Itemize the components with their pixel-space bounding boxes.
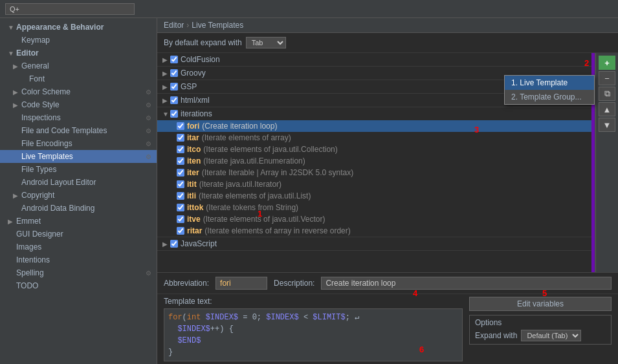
sidebar-item-intentions[interactable]: Intentions [0,253,157,266]
edit-variables-button[interactable]: Edit variables [469,297,612,311]
sidebar-item-general[interactable]: ▶General [0,59,157,72]
content-area: Editor › Live Templates By default expan… [157,18,618,364]
sidebar-item-images[interactable]: Images [0,241,157,253]
item-checkbox[interactable] [177,169,184,177]
sidebar-item-copyright[interactable]: ▶Copyright [0,189,157,202]
group-label: Groovy [181,69,206,78]
item-abbreviation: iter [187,168,199,177]
item-checkbox[interactable] [177,122,184,130]
move-down-button[interactable]: ▼ [599,118,615,132]
group-checkbox[interactable] [170,96,178,104]
item-abbreviation: itli [187,191,196,200]
breadcrumb-live-templates: Live Templates [192,21,243,30]
item-description: (Iterate java.util.Iterator) [199,180,281,189]
sidebar-item-gui-designer[interactable]: GUI Designer [0,228,157,241]
template-item-itve[interactable]: itve (Iterate elements of java.util.Vect… [157,213,595,225]
sidebar-item-label: Appearance & Behavior [16,23,104,32]
item-checkbox[interactable] [177,192,184,200]
sidebar-item-file-encodings[interactable]: File Encodings⚙ [0,137,157,150]
sidebar-item-inspections[interactable]: Inspections⚙ [0,111,157,124]
group-header-javascript[interactable]: ▶JavaScript [157,237,595,250]
group-caret-icon: ▶ [162,70,170,77]
caret-icon: ▶ [13,102,19,109]
item-description: (Iterate Iterable | Array in J2SDK 5.0 s… [202,168,354,177]
dropdown-template-group[interactable]: 2. Template Group... [505,90,594,104]
sidebar-item-file-code-templates[interactable]: File and Code Templates⚙ [0,124,157,137]
template-item-iter[interactable]: iter (Iterate Iterable | Array in J2SDK … [157,167,595,178]
group-label: JavaScript [181,239,217,248]
sidebar-item-todo[interactable]: TODO [0,279,157,292]
template-item-ittok[interactable]: ittok (Iterate tokens from String) [157,202,595,213]
group-header-coldfusion[interactable]: ▶ColdFusion [157,53,595,66]
sidebar-item-file-types[interactable]: File Types [0,163,157,176]
sidebar-item-keymap[interactable]: Keymap [0,34,157,47]
sidebar-item-code-style[interactable]: ▶Code Style⚙ [0,98,157,111]
expand-with-select[interactable]: Tab Enter Space [246,37,286,48]
sidebar-item-font[interactable]: Font [0,72,157,85]
sidebar-item-android-data[interactable]: Android Data Binding [0,202,157,215]
item-abbreviation: itve [187,215,201,224]
caret-icon: ▼ [8,24,14,31]
right-panel: + − ⧉ ▲ ▼ 1. Live Template 2. Template G… [595,53,618,272]
add-button[interactable]: + [599,56,615,70]
sidebar-item-live-templates[interactable]: Live Templates⚙ [0,150,157,163]
abbreviation-input[interactable] [215,277,267,290]
move-up-button[interactable]: ▲ [599,102,615,116]
dropdown-live-template[interactable]: 1. Live Template [505,76,594,90]
sidebar-item-android-layout[interactable]: Android Layout Editor [0,176,157,189]
split-pane: ▶ColdFusion▶Groovy▶GSP▶html/xml▼iteratio… [157,53,618,272]
expand-with-label: By default expand with [164,38,242,47]
sidebar-item-appearance[interactable]: ▼Appearance & Behavior [0,21,157,34]
item-checkbox[interactable] [177,145,184,153]
group-checkbox[interactable] [170,240,178,248]
expand-with-select-bottom[interactable]: Default (Tab) Tab Enter Space [521,330,581,341]
group-header-iterations[interactable]: ▼iterations [157,107,595,120]
item-description: (Iterate elements of array in reverse or… [204,226,350,235]
sidebar-item-label: Emmet [16,217,41,226]
search-input[interactable] [5,3,135,15]
template-item-ritar[interactable]: ritar (Iterate elements of array in reve… [157,225,595,237]
item-checkbox[interactable] [177,157,184,165]
breadcrumb: Editor › Live Templates [157,18,618,33]
item-checkbox[interactable] [177,134,184,142]
item-checkbox[interactable] [177,204,184,211]
sidebar-item-color-scheme[interactable]: ▶Color Scheme⚙ [0,85,157,98]
sidebar-item-label: Code Style [21,100,60,109]
copy-button[interactable]: ⧉ [599,87,615,101]
item-checkbox[interactable] [177,180,184,188]
group-checkbox[interactable] [170,110,178,118]
template-item-itit[interactable]: itit (Iterate java.util.Iterator) [157,178,595,190]
sidebar-item-spelling[interactable]: Spelling⚙ [0,266,157,279]
template-item-itli[interactable]: itli (Iterate elements of java.util.List… [157,190,595,202]
bottom-panel: Abbreviation: Description: Template text… [157,272,618,364]
item-description: (Iterate elements of java.util.List) [199,191,311,200]
sidebar-item-label: General [21,61,49,70]
remove-button[interactable]: − [599,71,615,85]
template-item-fori[interactable]: fori (Create iteration loop) [157,120,595,132]
sidebar-item-label: Color Scheme [21,87,71,96]
description-input[interactable] [321,277,612,290]
sidebar-item-label: Intentions [16,255,50,264]
sidebar-item-label: Android Layout Editor [21,178,96,187]
template-item-iten[interactable]: iten (Iterate java.util.Enumeration) [157,155,595,167]
caret-icon: ▶ [13,192,19,199]
sidebar-item-label: File Types [21,165,56,174]
group-label: GSP [181,82,197,91]
group-checkbox[interactable] [170,69,178,77]
template-item-itco[interactable]: itco (Iterate elements of java.util.Coll… [157,144,595,155]
item-description: (Iterate elements of java.util.Collectio… [203,145,337,154]
breadcrumb-editor[interactable]: Editor [164,21,184,30]
description-label: Description: [274,279,315,288]
template-code[interactable]: for(int $INDEX$ = 0; $INDEX$ < $LIMIT$; … [164,308,463,361]
item-checkbox[interactable] [177,215,184,223]
sidebar-item-emmet[interactable]: ▶Emmet [0,215,157,228]
abbreviation-label: Abbreviation: [164,279,209,288]
group-checkbox[interactable] [170,56,178,63]
sidebar-item-editor[interactable]: ▼Editor [0,47,157,59]
template-item-itar[interactable]: itar (Iterate elements of array) [157,132,595,144]
sidebar-item-label: Copyright [21,191,54,200]
item-checkbox[interactable] [177,227,184,235]
gear-icon: ⚙ [146,153,151,160]
sidebar-item-label: Keymap [21,36,50,45]
group-checkbox[interactable] [170,83,178,91]
